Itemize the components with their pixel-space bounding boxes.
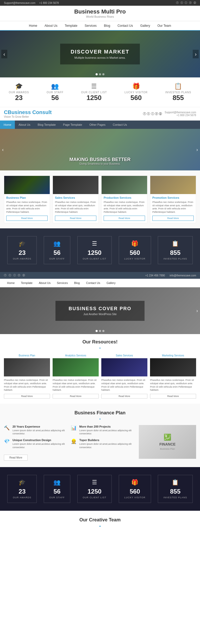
bcp-nav-contact[interactable]: Contact Us [83, 279, 103, 287]
topbar: Support@themescave.com +1 800 234 5678 ⓕ… [0, 0, 200, 6]
slider-dot-2[interactable] [99, 73, 101, 75]
dark2-plans-label: INVESTED PLANS [163, 496, 187, 499]
cb-hero-title: MAKING BUSINES BETTER [69, 157, 130, 162]
slider-dot-1[interactable] [96, 73, 98, 75]
service-body-production: Production Services Phasellus nec metus … [102, 194, 147, 223]
hero-prev-arrow[interactable]: ‹ [1, 50, 7, 58]
service-text-production: Phasellus nec metus scelerisque. Proin s… [104, 201, 145, 214]
bfp-feature-text-2: Unique Construction Design Lorem ipsum d… [12, 439, 68, 449]
bfp-content: 🔨 20 Years Experience Lorem ipsum dolor … [4, 425, 196, 461]
cb-nav-page[interactable]: Page Template [59, 121, 86, 129]
bcp-nav-home[interactable]: Home [4, 279, 18, 287]
cbusiness-logo: CBusiness Consult Vision To Grow Better [4, 109, 52, 118]
nav-gallery[interactable]: Gallery [137, 21, 154, 30]
resource-readmore-sales[interactable]: Read More [101, 394, 147, 399]
nav-blog[interactable]: Blog [100, 21, 114, 30]
creative-team-section: Our Creative Team • [0, 511, 200, 538]
dark-plans-label: INVESTED PLANS [163, 257, 187, 260]
header-inner: Business Multi Pro World Business Rises [0, 6, 200, 21]
service-title-business: Business Plan [6, 196, 48, 199]
bcp-nav-blog[interactable]: Blog [71, 279, 83, 287]
resource-readmore-marketing[interactable]: Read More [150, 394, 196, 399]
services-section: Business Plan Phasellus nec metus sceler… [0, 170, 200, 228]
cb-youtube-icon[interactable]: ⓨ [155, 112, 158, 116]
nav-about[interactable]: About Us [41, 21, 61, 30]
resource-card-sales: Sales Services Phasellus nec metus scele… [101, 354, 147, 398]
hero-overlay-1: DISCOVER MARKET Multiple business across… [60, 44, 140, 64]
bcp-google-icon[interactable]: ⓖ [22, 274, 25, 277]
resource-body-marketing: Phasellus nec metus scelerisque. Proin s… [150, 379, 196, 398]
cb-nav-contact[interactable]: Contact Us [109, 121, 130, 129]
nav-home[interactable]: Home [25, 21, 41, 30]
hero-bg-1: DISCOVER MARKET Multiple business across… [0, 31, 200, 77]
bcp-twitter-icon[interactable]: ⓣ [9, 274, 11, 277]
cb-facebook-icon[interactable]: ⓕ [143, 112, 146, 116]
bcp-hero-overlay: BUSINESS COVER PRO Just Another WordPres… [55, 301, 144, 321]
bcp-linkedin-icon[interactable]: ⓛ [13, 274, 16, 277]
hero-next-arrow[interactable]: › [193, 50, 199, 58]
nav-team[interactable]: Our Team [154, 21, 175, 30]
cb-twitter-icon[interactable]: ⓣ [147, 112, 150, 116]
cb-nav-home[interactable]: Home [0, 121, 15, 129]
bfp-read-more-btn[interactable]: Read More [4, 455, 28, 461]
google-plus-icon[interactable]: ⓖ [193, 1, 196, 4]
bcp-nav-template[interactable]: Template [18, 279, 36, 287]
cb-linkedin-icon[interactable]: ⓛ [151, 112, 154, 116]
dark-stats-inner: 🎓 23 OUR AWARDS 👥 56 OUR STAFF ☰ 1250 OU… [4, 236, 196, 264]
cb-nav-other[interactable]: Other Pages [86, 121, 109, 129]
site-tagline: World Business Rises [4, 15, 196, 18]
bcp-nav-gallery[interactable]: Gallery [103, 279, 119, 287]
team-title: Our Creative Team [4, 517, 196, 523]
cb-nav-about[interactable]: About Us [15, 121, 34, 129]
resource-img-sales [101, 358, 147, 376]
staff-icon: 👥 [47, 83, 64, 90]
dark2-stat-clients: ☰ 1250 OUR CLIENT LIST [77, 475, 112, 503]
service-readmore-business[interactable]: Read More [6, 216, 48, 221]
dark2-visitor-num: 560 [124, 488, 145, 495]
facebook-icon[interactable]: ⓕ [176, 1, 179, 4]
service-readmore-sales[interactable]: Read More [55, 216, 96, 221]
service-title-promotion: Promotion Services [152, 196, 194, 199]
resource-readmore-business[interactable]: Read More [4, 394, 50, 399]
slider-dot-3[interactable] [102, 73, 104, 75]
cb-next-arrow[interactable]: › [196, 147, 198, 152]
bfp-chart-icon: 📊 [71, 425, 77, 431]
bcp-hero: BUSINESS COVER PRO Just Another WordPres… [0, 287, 200, 334]
resource-text-analytics: Phasellus nec metus scelerisque. Proin s… [53, 379, 99, 391]
nav-services[interactable]: Services [81, 21, 100, 30]
bcp-dot-2[interactable] [99, 330, 101, 332]
bcp-next-arrow[interactable]: › [196, 308, 198, 314]
team-divider: • [4, 524, 196, 529]
resources-section: Our Resources! • Business Plan Phasellus… [0, 334, 200, 403]
service-readmore-promotion[interactable]: Read More [152, 216, 194, 221]
nav-template[interactable]: Template [61, 21, 81, 30]
bfp-feature-desc-2: Lorem ipsum dolor sit amet,accletus adip… [12, 442, 68, 449]
dark-stat-staff: 👥 56 OUR STAFF [44, 236, 70, 264]
twitter-icon[interactable]: ⓣ [180, 1, 183, 4]
service-card-business: Business Plan Phasellus nec metus sceler… [4, 176, 50, 223]
cbusiness-contact: Support@themescave.com +1 800 234 5678 [165, 111, 196, 117]
bcp-dot-1[interactable] [96, 330, 98, 332]
bcp-youtube-icon[interactable]: ⓨ [18, 274, 20, 277]
dark-clients-label: OUR CLIENT LIST [83, 257, 107, 260]
bcp-dot-3[interactable] [102, 330, 104, 332]
bcp-facebook-icon[interactable]: ⓕ [4, 274, 7, 277]
nav-contact[interactable]: Contact Us [114, 21, 136, 30]
linkedin-icon[interactable]: ⓛ [185, 1, 187, 4]
clients-icon: ☰ [81, 83, 107, 90]
bfp-feature-1: 🔨 20 Years Experience Lorem ipsum dolor … [4, 425, 68, 435]
bcp-nav-about[interactable]: About Us [36, 279, 54, 287]
bfp-feature-3: 📊 More than 200 Projects Lorem ipsum dol… [71, 425, 135, 435]
youtube-icon[interactable]: ⓨ [189, 1, 192, 4]
resource-readmore-analytics[interactable]: Read More [53, 394, 99, 399]
cb-google-icon[interactable]: ⓖ [159, 112, 162, 116]
service-text-business: Phasellus nec metus scelerisque. Proin s… [6, 201, 48, 214]
bcp-nav-services[interactable]: Services [54, 279, 71, 287]
dark2-clients-label: OUR CLIENT LIST [83, 496, 107, 499]
cb-prev-arrow[interactable]: ‹ [2, 147, 4, 152]
service-body-promotion: Promotion Services Phasellus nec metus s… [150, 194, 196, 223]
service-readmore-production[interactable]: Read More [104, 216, 145, 221]
bfp-feature-desc-3: Lorem ipsum dolor sit amet,accletus adip… [79, 429, 135, 435]
dark-stats-inner-2: 🎓 23 OUR AWARDS 👥 56 OUR STAFF ☰ 1250 OU… [4, 475, 196, 503]
cb-nav-blog[interactable]: Blog Template [34, 121, 60, 129]
